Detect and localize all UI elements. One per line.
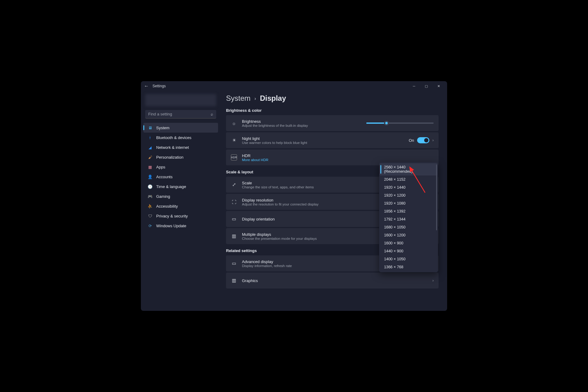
search-input[interactable] — [148, 112, 211, 116]
resolution-option[interactable]: 1600 × 900 — [380, 239, 437, 247]
sidebar-item-system[interactable]: 🖥System — [143, 123, 218, 133]
card-subtitle: Display information, refresh rate — [242, 264, 292, 268]
sidebar-item-time[interactable]: 🕓Time & language — [143, 182, 218, 191]
multiple-displays-icon: ▥ — [231, 233, 237, 239]
card-night-light[interactable]: ☀ Night light Use warmer colors to help … — [226, 132, 439, 148]
sidebar-item-label: Privacy & security — [156, 214, 188, 218]
monitor-icon: ▭ — [231, 260, 237, 266]
graphics-icon: ▥ — [231, 277, 237, 284]
card-subtitle: Choose the presentation mode for your di… — [242, 237, 317, 240]
maximize-button[interactable]: ▢ — [420, 81, 432, 91]
card-subtitle: Adjust the brightness of the built-in di… — [242, 124, 308, 127]
orientation-icon: ▭ — [231, 216, 237, 222]
section-brightness-color: Brightness & color — [226, 108, 439, 113]
accessibility-icon: ⛹ — [148, 204, 153, 209]
sidebar-item-label: Time & language — [156, 184, 186, 189]
resolution-icon: ⛶ — [231, 199, 237, 205]
breadcrumb-current: Display — [260, 94, 286, 102]
card-title: Advanced display — [242, 259, 292, 264]
card-title: Brightness — [242, 119, 308, 124]
content-area: System › Display Brightness & color ☼ Br… — [221, 91, 447, 311]
window-title: Settings — [153, 84, 166, 88]
resolution-option[interactable]: 2560 × 1440 (Recommended) — [380, 163, 437, 175]
apps-icon: ▦ — [148, 164, 153, 169]
card-title: Scale — [242, 181, 314, 185]
chevron-right-icon[interactable]: › — [432, 138, 434, 142]
sun-icon: ☼ — [231, 120, 237, 126]
sidebar-item-network[interactable]: ◢Network & internet — [143, 142, 218, 152]
wifi-icon: ◢ — [148, 145, 153, 150]
back-button[interactable]: ← — [143, 83, 149, 89]
night-light-toggle[interactable] — [417, 137, 429, 143]
bluetooth-icon: ᚼ — [148, 135, 153, 140]
breadcrumb: System › Display — [226, 94, 439, 103]
card-title: Graphics — [242, 278, 258, 283]
hdr-icon: HDR — [231, 154, 237, 160]
sidebar-item-label: Gaming — [156, 194, 170, 199]
update-icon: ⟳ — [148, 223, 153, 228]
resolution-option[interactable]: 2048 × 1152 — [380, 175, 437, 183]
card-subtitle: Use warmer colors to help block blue lig… — [242, 141, 307, 145]
chevron-right-icon[interactable]: › — [432, 278, 434, 283]
resolution-option[interactable]: 1366 × 768 — [380, 263, 437, 271]
search-icon: ⌕ — [211, 112, 213, 116]
sidebar-item-label: Personalization — [156, 155, 183, 160]
card-brightness[interactable]: ☼ Brightness Adjust the brightness of th… — [226, 115, 439, 131]
search-box[interactable]: ⌕ — [145, 110, 216, 119]
gamepad-icon: 🎮 — [148, 194, 153, 199]
sidebar-item-label: Windows Update — [156, 224, 186, 228]
shield-icon: 🛡 — [148, 213, 153, 218]
window-controls: ─ ▢ ✕ — [408, 81, 445, 91]
resolution-option[interactable]: 1400 × 1050 — [380, 255, 437, 263]
card-subtitle: Adjust the resolution to fit your connec… — [242, 202, 318, 206]
sidebar-item-label: Accessibility — [156, 204, 178, 209]
card-graphics[interactable]: ▥ Graphics › — [226, 273, 439, 288]
sidebar-item-label: System — [156, 126, 169, 130]
sidebar-item-accessibility[interactable]: ⛹Accessibility — [143, 201, 218, 211]
card-title: Multiple displays — [242, 232, 317, 237]
card-title: Display resolution — [242, 198, 318, 202]
night-icon: ☀ — [231, 137, 237, 143]
dropdown-scrollbar[interactable] — [436, 164, 437, 230]
sidebar-item-personalization[interactable]: 🖌Personalization — [143, 152, 218, 162]
hdr-link[interactable]: More about HDR — [242, 158, 268, 162]
sidebar-item-bluetooth[interactable]: ᚼBluetooth & devices — [143, 133, 218, 142]
brightness-slider[interactable] — [366, 123, 434, 124]
resolution-option[interactable]: 1920 × 1080 — [380, 199, 437, 207]
resolution-option[interactable]: 1792 × 1344 — [380, 215, 437, 223]
brush-icon: 🖌 — [148, 155, 153, 160]
person-icon: 👤 — [148, 174, 153, 179]
sidebar-item-label: Apps — [156, 165, 165, 169]
sidebar-item-accounts[interactable]: 👤Accounts — [143, 172, 218, 182]
breadcrumb-parent[interactable]: System — [226, 94, 251, 102]
sidebar-item-privacy[interactable]: 🛡Privacy & security — [143, 211, 218, 221]
resolution-option[interactable]: 1920 × 1200 — [380, 191, 437, 199]
sidebar-item-label: Bluetooth & devices — [156, 135, 191, 140]
toggle-label: On — [409, 138, 414, 143]
sidebar-item-gaming[interactable]: 🎮Gaming — [143, 191, 218, 201]
sidebar: ⌕ 🖥System ᚼBluetooth & devices ◢Network … — [141, 91, 221, 311]
resolution-option[interactable]: 1680 × 1050 — [380, 223, 437, 231]
sidebar-item-label: Network & internet — [156, 145, 189, 150]
resolution-option[interactable]: 1440 × 900 — [380, 247, 437, 255]
display-icon: 🖥 — [148, 125, 153, 130]
settings-window: ← Settings ─ ▢ ✕ ⌕ 🖥System ᚼBluetooth & … — [141, 81, 447, 311]
card-title: Display orientation — [242, 217, 275, 221]
resolution-option[interactable]: 1920 × 1440 — [380, 183, 437, 191]
close-button[interactable]: ✕ — [432, 81, 445, 91]
sidebar-item-update[interactable]: ⟳Windows Update — [143, 221, 218, 231]
clock-icon: 🕓 — [148, 184, 153, 189]
resolution-option[interactable]: 1856 × 1392 — [380, 207, 437, 215]
sidebar-item-label: Accounts — [156, 175, 172, 179]
titlebar: ← Settings ─ ▢ ✕ — [141, 81, 447, 91]
chevron-right-icon: › — [254, 96, 256, 101]
minimize-button[interactable]: ─ — [408, 81, 420, 91]
card-title: HDR — [242, 153, 268, 158]
card-title: Night light — [242, 136, 307, 141]
sidebar-item-apps[interactable]: ▦Apps — [143, 162, 218, 172]
resolution-option[interactable]: 1600 × 1200 — [380, 231, 437, 239]
resolution-dropdown[interactable]: 2560 × 1440 (Recommended) 2048 × 1152 19… — [379, 162, 438, 272]
user-account-block[interactable] — [145, 94, 216, 106]
scale-icon: ⤢ — [231, 182, 237, 188]
card-subtitle: Change the size of text, apps, and other… — [242, 185, 314, 189]
